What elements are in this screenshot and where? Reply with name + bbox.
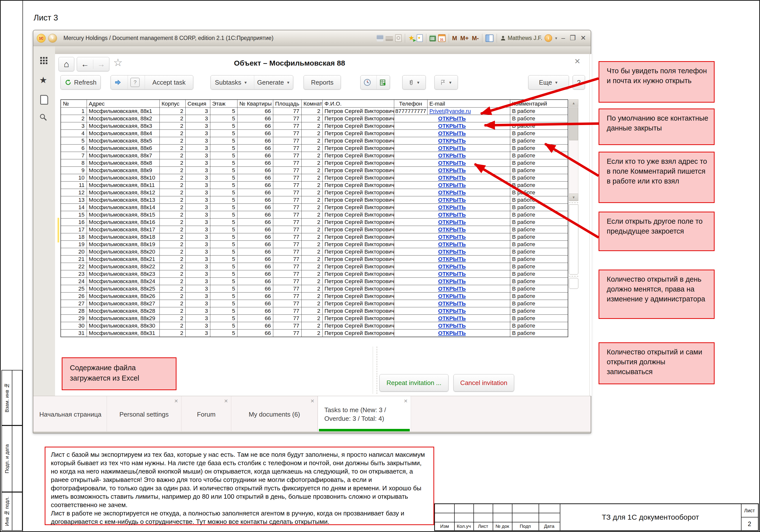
- table-row[interactable]: 25Мосфильмовскаяя, 88к2523566772Петров С…: [61, 285, 568, 292]
- help-button[interactable]: ?: [573, 75, 585, 90]
- tab-1[interactable]: Начальная страница: [34, 396, 107, 433]
- add-favorite-icon[interactable]: ★▶: [408, 35, 414, 41]
- table-row[interactable]: 17Мосфильмовскаяя, 88к1723566772Петров С…: [61, 226, 568, 233]
- tab-2[interactable]: Personal settings✕: [107, 396, 181, 433]
- table-row[interactable]: 19Мосфильмовскаяя, 88к1923566772Петров С…: [61, 241, 568, 248]
- splitter-dash[interactable]: [569, 276, 578, 277]
- refresh-button[interactable]: Refresh: [61, 75, 101, 90]
- open-contact-link[interactable]: ОТКРЫТЬ: [438, 138, 466, 144]
- home-button[interactable]: ⌂: [59, 57, 74, 71]
- open-contact-link[interactable]: ОТКРЫТЬ: [438, 123, 466, 129]
- column-header[interactable]: Комментарий: [510, 100, 568, 108]
- table-row[interactable]: 30Мосфильмовскаяя, 88к3023566772Петров С…: [61, 322, 568, 330]
- favorite-star-icon[interactable]: ☆: [113, 58, 123, 68]
- table-row[interactable]: 18Мосфильмовскаяя, 88к1823566772Петров С…: [61, 233, 568, 241]
- column-header[interactable]: Ф.И.О.: [322, 100, 394, 108]
- history-clipboard-icon[interactable]: [40, 95, 48, 105]
- accept-arrow-icon[interactable]: [111, 75, 125, 89]
- 1c-logo-icon[interactable]: 1С: [37, 34, 46, 43]
- open-contact-link[interactable]: ОТКРЫТЬ: [438, 197, 466, 203]
- info-icon[interactable]: i: [545, 34, 552, 42]
- table-row[interactable]: 24Мосфильмовскаяя, 88к2423566772Петров С…: [61, 278, 568, 285]
- forward-button[interactable]: →: [93, 60, 109, 69]
- more-button[interactable]: Еще▼: [528, 75, 569, 90]
- subtasks-button[interactable]: Subtasks▼: [211, 75, 252, 89]
- split-window-icon[interactable]: [486, 34, 494, 42]
- open-contact-link[interactable]: ОТКРЫТЬ: [438, 256, 466, 262]
- column-header[interactable]: Телефон: [394, 100, 427, 108]
- scrollbar-thumb[interactable]: [569, 107, 578, 140]
- table-row[interactable]: 7Мосфильмовскаяя, 88к723566772Петров Сер…: [61, 152, 568, 159]
- column-header[interactable]: E-mail: [427, 100, 510, 108]
- calculator-icon[interactable]: [430, 35, 436, 41]
- open-contact-link[interactable]: ОТКРЫТЬ: [438, 175, 466, 181]
- column-header[interactable]: Корпус: [160, 100, 185, 108]
- table-row[interactable]: 13Мосфильмовскаяя, 88к1323566772Петров С…: [61, 196, 568, 204]
- cancel-invitation-button[interactable]: Cancel invitation: [453, 374, 514, 391]
- form-close-icon[interactable]: ✕: [572, 57, 583, 66]
- favorites-icon[interactable]: ★: [39, 76, 47, 85]
- open-contact-link[interactable]: ОТКРЫТЬ: [438, 286, 466, 292]
- table-row[interactable]: 15Мосфильмовскаяя, 88к1523566772Петров С…: [61, 211, 568, 218]
- scroll-up-icon[interactable]: ▲: [569, 99, 578, 107]
- open-contact-link[interactable]: ОТКРЫТЬ: [438, 130, 466, 136]
- table-row[interactable]: 5Мосфильмовскаяя, 88к523566772Петров Сер…: [61, 137, 568, 145]
- open-contact-link[interactable]: ОТКРЫТЬ: [438, 145, 466, 151]
- clock-icon[interactable]: [360, 75, 374, 89]
- attachment-button[interactable]: ▼: [402, 75, 426, 90]
- open-contact-link[interactable]: ОТКРЫТЬ: [438, 278, 466, 285]
- table-row[interactable]: 14Мосфильмовскаяя, 88к1423566772Петров С…: [61, 204, 568, 211]
- column-header[interactable]: №: [61, 100, 87, 108]
- user-badge[interactable]: Matthews J.F.: [500, 35, 543, 41]
- table-row[interactable]: 3Мосфильмовскаяя, 88к323566772Петров Сер…: [61, 122, 568, 130]
- export-excel-icon[interactable]: [376, 75, 390, 89]
- open-contact-link[interactable]: ОТКРЫТЬ: [438, 271, 466, 277]
- minimize-button[interactable]: –: [560, 35, 566, 41]
- generate-button[interactable]: Generate▼: [254, 75, 293, 89]
- print-preview-icon[interactable]: [395, 34, 402, 42]
- object-table[interactable]: №АдресКорпусСекцияЭтаж№ КвартирыПлощадьК…: [61, 99, 568, 337]
- scroll-down-icon[interactable]: ▼: [569, 194, 578, 201]
- panel-split-handle[interactable]: [377, 346, 377, 394]
- system-menu-icon[interactable]: ▼: [48, 34, 57, 43]
- table-row[interactable]: 8Мосфильмовскаяя, 88к823566772Петров Сер…: [61, 159, 568, 167]
- table-row[interactable]: 16Мосфильмовскаяя, 88к1623566772Петров С…: [61, 218, 568, 226]
- tab-close-icon[interactable]: ✕: [310, 398, 314, 404]
- column-header[interactable]: Адрес: [87, 100, 160, 108]
- tab-close-icon[interactable]: ✕: [174, 398, 178, 404]
- tab-5[interactable]: Tasks to me (New: 3 / Overdue: 3 / Total…: [318, 396, 411, 433]
- save-icon[interactable]: [377, 35, 383, 41]
- email-link[interactable]: Privet@yande.ru: [430, 108, 471, 114]
- open-contact-link[interactable]: ОТКРЫТЬ: [438, 226, 466, 233]
- tab-4[interactable]: My documents (6)✕: [231, 396, 318, 433]
- table-row[interactable]: 26Мосфильмовскаяя, 88к2623566772Петров С…: [61, 292, 568, 300]
- flag-button[interactable]: ▼: [434, 75, 458, 90]
- back-button[interactable]: ←: [77, 60, 93, 69]
- table-row[interactable]: 1Мосфильмовскаяя, 88к123566772Петров Сер…: [61, 108, 568, 115]
- column-header[interactable]: № Квартиры: [237, 100, 273, 108]
- menu-grid-icon[interactable]: [40, 57, 42, 59]
- scrollbar-track[interactable]: [569, 107, 578, 194]
- open-contact-link[interactable]: ОТКРЫТЬ: [438, 204, 466, 210]
- favorites-doc-icon[interactable]: [417, 34, 423, 42]
- column-header[interactable]: Площадь: [273, 100, 301, 108]
- table-row[interactable]: 12Мосфильмовскаяя, 88к1223566772Петров С…: [61, 189, 568, 196]
- table-row[interactable]: 27Мосфильмовскаяя, 88к2723566772Петров С…: [61, 300, 568, 307]
- column-header[interactable]: Секция: [185, 100, 210, 108]
- maximize-button[interactable]: ❐: [568, 35, 577, 41]
- search-icon[interactable]: [39, 113, 48, 123]
- open-contact-link[interactable]: ОТКРЫТЬ: [438, 248, 466, 255]
- table-row[interactable]: 31Мосфильмовскаяя, 88к3123566772Петров С…: [61, 330, 568, 337]
- open-contact-link[interactable]: ОТКРЫТЬ: [438, 308, 466, 314]
- table-row[interactable]: 29Мосфильмовскаяя, 88к2923566772Петров С…: [61, 315, 568, 322]
- splitter-dash[interactable]: [569, 202, 578, 203]
- open-contact-link[interactable]: ОТКРЫТЬ: [438, 153, 466, 158]
- open-contact-link[interactable]: ОТКРЫТЬ: [438, 293, 466, 299]
- table-row[interactable]: 9Мосфильмовскаяя, 88к923566772Петров Сер…: [61, 167, 568, 174]
- table-row[interactable]: 6Мосфильмовскаяя, 88к623566772Петров Сер…: [61, 145, 568, 152]
- table-row[interactable]: 10Мосфильмовскаяя, 88к1023566772Петров С…: [61, 174, 568, 182]
- open-contact-link[interactable]: ОТКРЫТЬ: [438, 263, 466, 270]
- table-row[interactable]: 11Мосфильмовскаяя, 88к1123566772Петров С…: [61, 182, 568, 189]
- tab-close-icon[interactable]: ✕: [404, 398, 408, 404]
- open-contact-link[interactable]: ОТКРЫТЬ: [438, 219, 466, 225]
